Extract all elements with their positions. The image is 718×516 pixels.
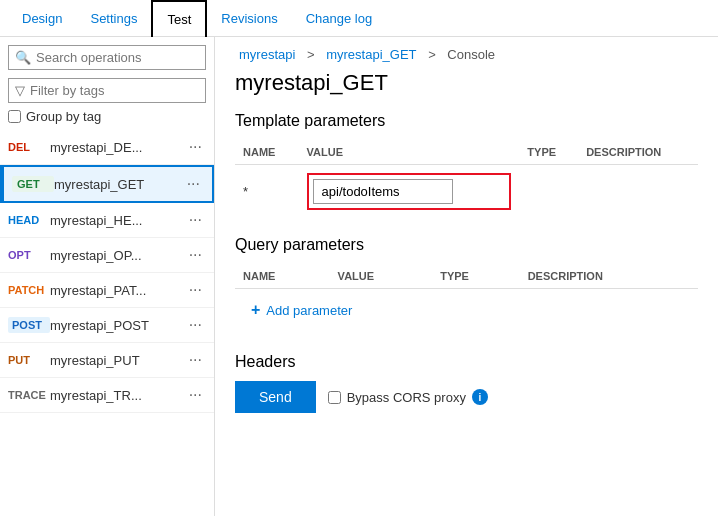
- layout: 🔍 ▽ Group by tag DEL myrestapi_DE... ···…: [0, 37, 718, 516]
- breadcrumb-api[interactable]: myrestapi: [239, 47, 295, 62]
- op-name-post: myrestapi_POST: [50, 318, 185, 333]
- headers-title: Headers: [235, 353, 698, 371]
- op-name-put: myrestapi_PUT: [50, 353, 185, 368]
- template-param-desc-0: [578, 165, 698, 219]
- bypass-cors-text: Bypass CORS proxy: [347, 390, 466, 405]
- breadcrumb-sep1: >: [307, 47, 318, 62]
- op-more-post[interactable]: ···: [185, 316, 206, 334]
- bypass-cors-checkbox[interactable]: [328, 391, 341, 404]
- op-item-head[interactable]: HEAD myrestapi_HE... ···: [0, 203, 214, 238]
- method-trace: TRACE: [8, 389, 50, 401]
- op-item-post[interactable]: POST myrestapi_POST ···: [0, 308, 214, 343]
- op-more-put[interactable]: ···: [185, 351, 206, 369]
- method-get: GET: [12, 176, 54, 192]
- send-button[interactable]: Send: [235, 381, 316, 413]
- breadcrumb: myrestapi > myrestapi_GET > Console: [235, 37, 698, 70]
- search-box[interactable]: 🔍: [8, 45, 206, 70]
- op-name-del: myrestapi_DE...: [50, 140, 185, 155]
- page-title: myrestapi_GET: [235, 70, 698, 96]
- template-param-row-0: *: [235, 165, 698, 219]
- col-name: NAME: [235, 140, 299, 165]
- op-name-get: myrestapi_GET: [54, 177, 183, 192]
- group-checkbox[interactable]: [8, 110, 21, 123]
- bypass-cors-label: Bypass CORS proxy i: [328, 389, 488, 405]
- method-post: POST: [8, 317, 50, 333]
- filter-box[interactable]: ▽: [8, 78, 206, 103]
- method-opt: OPT: [8, 249, 50, 261]
- op-name-opt: myrestapi_OP...: [50, 248, 185, 263]
- op-more-opt[interactable]: ···: [185, 246, 206, 264]
- method-put: PUT: [8, 354, 50, 366]
- op-item-del[interactable]: DEL myrestapi_DE... ···: [0, 130, 214, 165]
- template-param-type-0: [519, 165, 578, 219]
- sidebar: 🔍 ▽ Group by tag DEL myrestapi_DE... ···…: [0, 37, 215, 516]
- value-highlight-box: [307, 173, 512, 210]
- op-item-get[interactable]: GET myrestapi_GET ···: [0, 165, 214, 203]
- op-item-opt[interactable]: OPT myrestapi_OP... ···: [0, 238, 214, 273]
- tab-settings[interactable]: Settings: [76, 0, 151, 37]
- group-label: Group by tag: [26, 109, 101, 124]
- template-param-value-cell-0: [299, 165, 520, 219]
- tab-design[interactable]: Design: [8, 0, 76, 37]
- group-by-tag[interactable]: Group by tag: [8, 109, 206, 124]
- qcol-description: DESCRIPTION: [520, 264, 698, 289]
- op-item-trace[interactable]: TRACE myrestapi_TR... ···: [0, 378, 214, 413]
- op-item-put[interactable]: PUT myrestapi_PUT ···: [0, 343, 214, 378]
- send-row: Send Bypass CORS proxy i: [235, 381, 698, 413]
- method-patch: PATCH: [8, 284, 50, 296]
- tab-test[interactable]: Test: [151, 0, 207, 37]
- qcol-value: VALUE: [330, 264, 433, 289]
- op-name-trace: myrestapi_TR...: [50, 388, 185, 403]
- query-params-table: NAME VALUE TYPE DESCRIPTION + Add parame…: [235, 264, 698, 335]
- op-more-patch[interactable]: ···: [185, 281, 206, 299]
- add-param-label: Add parameter: [266, 303, 352, 318]
- op-more-del[interactable]: ···: [185, 138, 206, 156]
- qcol-name: NAME: [235, 264, 330, 289]
- template-params-table: NAME VALUE TYPE DESCRIPTION *: [235, 140, 698, 218]
- filter-input[interactable]: [30, 83, 199, 98]
- tab-changelog[interactable]: Change log: [292, 0, 387, 37]
- main-content: myrestapi > myrestapi_GET > Console myre…: [215, 37, 718, 516]
- qcol-type: TYPE: [432, 264, 519, 289]
- template-param-name-0: *: [235, 165, 299, 219]
- add-icon: +: [251, 301, 260, 319]
- operations-list: DEL myrestapi_DE... ··· GET myrestapi_GE…: [0, 130, 214, 516]
- filter-icon: ▽: [15, 83, 25, 98]
- bypass-info-icon[interactable]: i: [472, 389, 488, 405]
- col-description: DESCRIPTION: [578, 140, 698, 165]
- op-name-patch: myrestapi_PAT...: [50, 283, 185, 298]
- method-del: DEL: [8, 141, 50, 153]
- search-input[interactable]: [36, 50, 199, 65]
- op-more-get[interactable]: ···: [183, 175, 204, 193]
- op-name-head: myrestapi_HE...: [50, 213, 185, 228]
- breadcrumb-sep2: >: [428, 47, 439, 62]
- col-type: TYPE: [519, 140, 578, 165]
- method-head: HEAD: [8, 214, 50, 226]
- col-value: VALUE: [299, 140, 520, 165]
- top-nav: Design Settings Test Revisions Change lo…: [0, 0, 718, 37]
- breadcrumb-get[interactable]: myrestapi_GET: [326, 47, 416, 62]
- add-param-row: + Add parameter: [235, 289, 698, 336]
- query-params-title: Query parameters: [235, 236, 698, 254]
- template-params-title: Template parameters: [235, 112, 698, 130]
- template-param-value-input-0[interactable]: [313, 179, 453, 204]
- breadcrumb-console: Console: [447, 47, 495, 62]
- tab-revisions[interactable]: Revisions: [207, 0, 291, 37]
- op-item-patch[interactable]: PATCH myrestapi_PAT... ···: [0, 273, 214, 308]
- op-more-head[interactable]: ···: [185, 211, 206, 229]
- search-icon: 🔍: [15, 50, 31, 65]
- op-more-trace[interactable]: ···: [185, 386, 206, 404]
- add-parameter-button[interactable]: + Add parameter: [243, 297, 690, 323]
